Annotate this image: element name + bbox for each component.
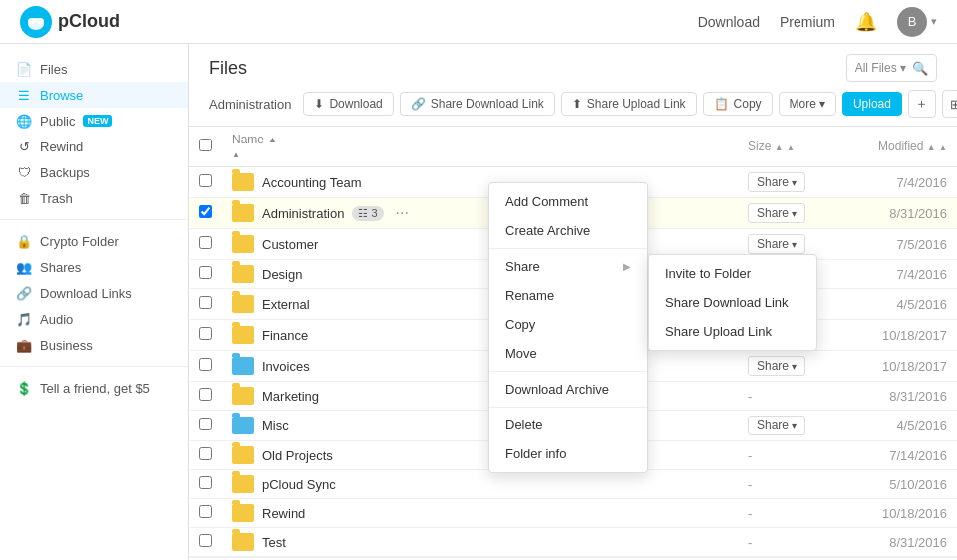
share-dl-icon: 🔗 [411,97,426,111]
sidebar-item-crypto[interactable]: 🔒 Crypto Folder [0,228,188,254]
download-button[interactable]: ⬇ Download [303,92,393,116]
name-cell: Customer [232,235,728,253]
folder-icon [232,357,254,375]
ctx-add-comment[interactable]: Add Comment [489,187,647,216]
row-checkbox[interactable] [199,236,212,249]
sidebar-item-downloads[interactable]: 🔗 Download Links [0,280,188,306]
downloads-icon: 🔗 [16,285,32,301]
copy-icon: 📋 [714,97,729,111]
share-button[interactable]: Share ▾ [748,356,805,376]
ctx-download-archive[interactable]: Download Archive [489,375,647,404]
share-upload-link-button[interactable]: ⬆ Share Upload Link [561,92,697,116]
svg-point-2 [36,18,44,24]
download-link[interactable]: Download [698,14,760,30]
name-cell: Rewind [232,504,728,522]
submenu-invite[interactable]: Invite to Folder [649,259,816,288]
premium-link[interactable]: Premium [780,14,835,30]
logo: pCloud [20,6,120,38]
ctx-move[interactable]: Move [489,339,647,368]
upload-button[interactable]: Upload [842,92,902,116]
row-checkbox[interactable] [199,388,212,401]
row-checkbox[interactable] [199,358,212,371]
share-button[interactable]: Share ▾ [748,234,805,254]
more-button[interactable]: More ▾ [779,92,836,116]
page-title: Files [209,58,247,79]
row-checkbox[interactable] [199,296,212,309]
ctx-copy[interactable]: Copy [489,310,647,339]
share-button[interactable]: Share ▾ [748,416,805,435]
name-cell: Old Projects [232,446,728,464]
sidebar: 📄 Files ☰ Browse 🌐 Public NEW ↺ Rewind [0,44,189,560]
select-all-checkbox[interactable] [199,139,212,151]
ctx-folder-info[interactable]: Folder info [489,439,647,468]
row-checkbox[interactable] [199,205,212,218]
folder-icon [232,326,254,344]
notification-icon[interactable]: 🔔 [855,11,877,33]
table-row[interactable]: pCloud Sync-5/10/2016 [189,470,957,499]
logo-name: pCloud [58,11,120,32]
row-checkbox[interactable] [199,534,212,547]
size-cell: - [738,441,837,470]
user-avatar[interactable]: B ▾ [897,7,937,37]
folder-icon [232,173,254,191]
submenu-share-upload[interactable]: Share Upload Link [649,317,816,346]
sidebar-item-business[interactable]: 💼 Business [0,332,188,358]
folder-icon [232,235,254,253]
row-checkbox[interactable] [199,174,212,187]
public-icon: 🌐 [16,113,32,129]
modified-cell: 7/4/2016 [837,260,957,289]
row-checkbox[interactable] [199,476,212,489]
business-icon: 💼 [16,337,32,353]
more-options-button[interactable]: ··· [392,204,413,222]
folder-icon [232,387,254,405]
file-name: Accounting Team [262,175,362,190]
name-cell: Test [232,533,728,551]
name-cell: Administration☷ 3··· [232,204,728,222]
sidebar-item-public[interactable]: 🌐 Public NEW [0,108,188,134]
row-checkbox[interactable] [199,266,212,279]
count-badge: ☷ 3 [352,206,383,221]
ctx-delete[interactable]: Delete [489,411,647,439]
row-checkbox[interactable] [199,447,212,460]
sidebar-item-rewind[interactable]: ↺ Rewind [0,134,188,159]
ctx-share[interactable]: Share ▶ [489,252,647,281]
sidebar-item-backups[interactable]: 🛡 Backups [0,159,188,185]
sidebar-item-refer[interactable]: 💲 Tell a friend, get $5 [0,375,188,401]
share-button[interactable]: Share ▾ [748,203,805,223]
share-button[interactable]: Share ▾ [748,172,805,192]
table-row[interactable]: Test-8/31/2016 [189,528,957,557]
ctx-rename[interactable]: Rename [489,281,647,310]
sidebar-item-shares[interactable]: 👥 Shares [0,254,188,280]
search-box[interactable]: All Files ▾ 🔍 [846,54,937,82]
col-header-size[interactable]: Size ▲ [738,127,837,167]
sidebar-item-audio[interactable]: 🎵 Audio [0,306,188,332]
folder-icon [232,446,254,464]
submenu-share-download[interactable]: Share Download Link [649,288,816,317]
col-header-modified[interactable]: Modified ▲ [837,127,957,167]
row-checkbox[interactable] [199,505,212,518]
modified-cell: 10/18/2017 [837,320,957,351]
search-icon[interactable]: 🔍 [912,61,928,76]
file-name: Marketing [262,389,319,404]
modified-cell: 7/4/2016 [837,167,957,198]
row-checkbox[interactable] [199,327,212,340]
sidebar-item-trash[interactable]: 🗑 Trash [0,185,188,211]
table-row[interactable]: Rewind-10/18/2016 [189,499,957,528]
share-ul-icon: ⬆ [572,97,582,111]
share-download-link-button[interactable]: 🔗 Share Download Link [400,92,555,116]
search-scope-label[interactable]: All Files ▾ [855,61,906,75]
sidebar-item-browse[interactable]: ☰ Browse [0,82,188,108]
copy-button[interactable]: 📋 Copy [703,92,773,116]
download-icon: ⬇ [314,97,324,111]
name-cell: Invoices [232,357,728,375]
col-header-name[interactable]: Name ▲ [222,127,738,167]
add-folder-button[interactable]: ＋ [908,90,936,118]
grid-view-button[interactable]: ⊞ [942,90,957,118]
sidebar-item-files[interactable]: 📄 Files [0,56,188,82]
folder-icon [232,295,254,313]
modified-cell: 8/31/2016 [837,382,957,411]
more-chevron-icon: ▾ [819,97,825,111]
row-checkbox[interactable] [199,418,212,430]
ctx-create-archive[interactable]: Create Archive [489,216,647,245]
breadcrumb: Administration [209,97,291,112]
